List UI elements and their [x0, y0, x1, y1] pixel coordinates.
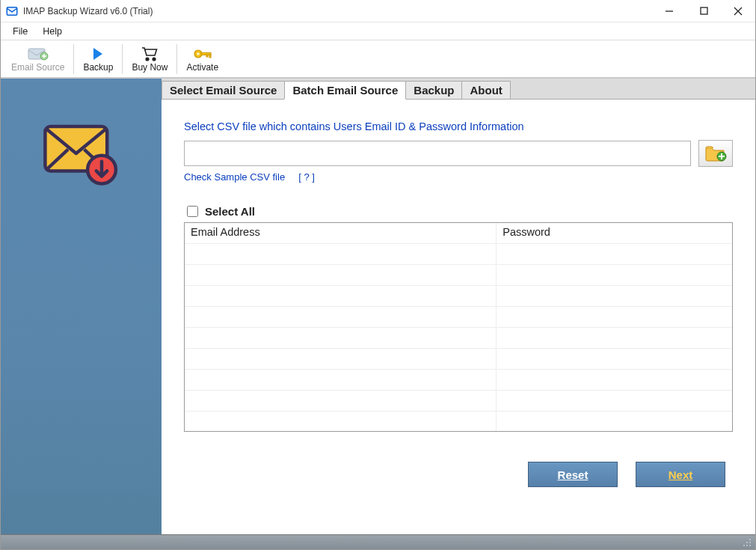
svg-rect-2 [701, 7, 707, 14]
maximize-button[interactable] [686, 0, 721, 22]
tab-about[interactable]: About [461, 81, 510, 100]
separator [73, 44, 74, 74]
svg-point-17 [749, 542, 751, 543]
menu-file[interactable]: File [5, 22, 35, 40]
accounts-grid: Email Address Password [184, 222, 733, 432]
sidebar [1, 79, 162, 534]
mail-download-icon [41, 120, 122, 534]
next-button[interactable]: Next [636, 462, 725, 487]
col-password: Password [497, 223, 732, 243]
action-row: Reset Next [184, 432, 733, 487]
content-area: Select Email Source Batch Email Source B… [162, 79, 755, 534]
csv-path-input[interactable] [184, 141, 691, 166]
svg-point-16 [746, 542, 748, 543]
folder-add-icon [704, 144, 727, 164]
grid-header: Email Address Password [185, 223, 732, 244]
links-row: Check Sample CSV file [ ? ] [184, 171, 733, 183]
tab-backup[interactable]: Backup [405, 81, 462, 100]
app-icon [5, 4, 19, 18]
tab-select-email-source[interactable]: Select Email Source [162, 81, 285, 100]
toolbar-label: Backup [83, 62, 113, 73]
activate-button[interactable]: Activate [179, 41, 226, 77]
play-icon [92, 46, 104, 62]
toolbar-label: Buy Now [132, 62, 168, 73]
grid-row[interactable] [185, 370, 732, 391]
buy-now-button[interactable]: Buy Now [124, 41, 175, 77]
cart-icon [141, 46, 159, 62]
select-all-label: Select All [205, 205, 255, 218]
toolbar-label: Activate [186, 62, 218, 73]
csv-file-row [184, 140, 733, 167]
svg-point-6 [153, 58, 156, 61]
browse-button[interactable] [698, 140, 733, 167]
svg-point-20 [749, 545, 751, 546]
separator [176, 44, 177, 74]
grid-row[interactable] [185, 265, 732, 286]
svg-rect-10 [206, 55, 208, 57]
menu-help[interactable]: Help [35, 22, 70, 40]
toolbar-label: Email Source [11, 62, 64, 73]
tabs: Select Email Source Batch Email Source B… [162, 79, 755, 100]
col-email: Email Address [185, 223, 497, 243]
statusbar [1, 534, 755, 549]
reset-button[interactable]: Reset [528, 462, 618, 487]
grid-row[interactable] [185, 391, 732, 412]
key-icon [193, 46, 212, 62]
grid-row[interactable] [185, 328, 732, 349]
select-all-checkbox[interactable] [187, 206, 198, 217]
check-sample-link[interactable]: Check Sample CSV file [184, 171, 285, 183]
tab-panel-batch: Select CSV file which contains Users Ema… [162, 100, 755, 534]
grid-row[interactable] [185, 349, 732, 370]
email-source-icon [28, 46, 49, 62]
window-title: IMAP Backup Wizard v6.0 (Trial) [23, 6, 652, 16]
select-all-row[interactable]: Select All [184, 204, 733, 219]
grid-row[interactable] [185, 412, 732, 432]
toolbar: Email Source Backup Buy Now [1, 40, 755, 78]
body: Select Email Source Batch Email Source B… [1, 78, 755, 534]
svg-point-8 [197, 52, 200, 55]
tab-batch-email-source[interactable]: Batch Email Source [284, 81, 406, 100]
minimize-button[interactable] [652, 0, 686, 22]
instruction-label: Select CSV file which contains Users Ema… [184, 120, 733, 132]
menubar: File Help [1, 22, 755, 40]
backup-button[interactable]: Backup [76, 41, 120, 77]
email-source-button[interactable]: Email Source [4, 41, 72, 77]
svg-point-19 [746, 545, 748, 546]
svg-point-5 [147, 58, 150, 61]
grid-row[interactable] [185, 307, 732, 328]
grid-row[interactable] [185, 244, 732, 265]
grid-row[interactable] [185, 286, 732, 307]
help-link[interactable]: [ ? ] [298, 171, 315, 183]
close-button[interactable] [721, 0, 755, 22]
titlebar: IMAP Backup Wizard v6.0 (Trial) [1, 0, 755, 22]
separator [122, 44, 123, 74]
svg-point-18 [743, 545, 745, 546]
resize-grip-icon[interactable] [742, 537, 752, 548]
svg-rect-11 [209, 55, 211, 58]
svg-point-15 [749, 539, 751, 540]
